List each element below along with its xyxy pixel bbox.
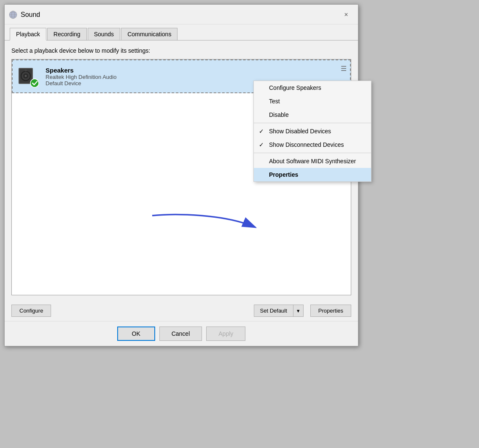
context-menu-sep-1 xyxy=(254,123,371,123)
title-bar: Sound × xyxy=(5,5,358,24)
close-button[interactable]: × xyxy=(340,9,352,21)
configure-button[interactable]: Configure xyxy=(11,305,51,317)
set-default-button[interactable]: Set Default xyxy=(254,305,293,317)
instruction-label: Select a playback device below to modify… xyxy=(11,47,351,54)
context-menu-item-configure[interactable]: Configure Speakers xyxy=(254,81,371,94)
context-menu-sep-2 xyxy=(254,153,371,153)
context-menu-item-show-disabled[interactable]: Show Disabled Devices xyxy=(254,124,371,138)
dialog-title: Sound xyxy=(21,11,40,19)
context-menu-item-about-midi[interactable]: About Software MIDI Synthesizer xyxy=(254,154,371,168)
cancel-button[interactable]: Cancel xyxy=(159,327,202,341)
properties-button[interactable]: Properties xyxy=(310,305,351,317)
context-menu-item-show-disconnected[interactable]: Show Disconnected Devices xyxy=(254,138,371,151)
svg-point-10 xyxy=(25,75,27,77)
set-default-group: Set Default ▼ xyxy=(254,305,304,317)
device-name: Speakers xyxy=(46,67,346,74)
tab-playback[interactable]: Playback xyxy=(10,28,46,40)
context-menu-item-test[interactable]: Test xyxy=(254,94,371,108)
sound-icon xyxy=(9,11,17,19)
tab-recording[interactable]: Recording xyxy=(47,28,87,40)
tab-sounds[interactable]: Sounds xyxy=(88,28,120,40)
tab-bar: Playback Recording Sounds Communications xyxy=(5,24,358,40)
bottom-button-bar: Configure Set Default ▼ Properties xyxy=(5,300,358,321)
title-bar-left: Sound xyxy=(9,11,40,19)
tab-communications[interactable]: Communications xyxy=(121,28,178,40)
dialog-footer: OK Cancel Apply xyxy=(5,321,358,346)
sound-dialog: Sound × Playback Recording Sounds Commun… xyxy=(4,4,358,346)
context-menu: Configure Speakers Test Disable Show Dis… xyxy=(253,81,371,182)
device-icon xyxy=(17,65,40,88)
context-menu-item-properties[interactable]: Properties xyxy=(254,168,371,181)
context-menu-item-disable[interactable]: Disable xyxy=(254,108,371,121)
device-driver: Realtek High Definition Audio xyxy=(46,74,346,80)
hamburger-icon: ☰ xyxy=(341,65,347,73)
set-default-dropdown[interactable]: ▼ xyxy=(293,305,304,317)
svg-point-12 xyxy=(25,70,26,71)
ok-button[interactable]: OK xyxy=(117,327,155,341)
apply-button[interactable]: Apply xyxy=(206,327,245,341)
svg-point-13 xyxy=(30,79,39,87)
